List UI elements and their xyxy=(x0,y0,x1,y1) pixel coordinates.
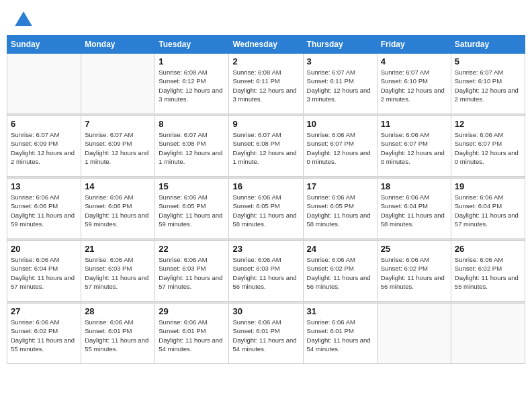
day-number: 15 xyxy=(159,181,225,191)
calendar-cell: 18Sunrise: 6:06 AM Sunset: 6:04 PM Dayli… xyxy=(377,179,451,239)
day-info: Sunrise: 6:06 AM Sunset: 6:05 PM Dayligh… xyxy=(159,193,225,228)
calendar-cell: 13Sunrise: 6:06 AM Sunset: 6:06 PM Dayli… xyxy=(7,179,81,239)
svg-marker-0 xyxy=(15,11,32,26)
calendar-cell: 20Sunrise: 6:06 AM Sunset: 6:04 PM Dayli… xyxy=(7,241,81,302)
calendar-cell: 14Sunrise: 6:06 AM Sunset: 6:06 PM Dayli… xyxy=(81,179,155,239)
day-info: Sunrise: 6:06 AM Sunset: 6:04 PM Dayligh… xyxy=(381,193,447,228)
day-info: Sunrise: 6:08 AM Sunset: 6:11 PM Dayligh… xyxy=(232,68,299,103)
week-row-2: 6Sunrise: 6:07 AM Sunset: 6:09 PM Daylig… xyxy=(7,116,525,177)
day-number: 27 xyxy=(11,306,77,316)
day-info: Sunrise: 6:07 AM Sunset: 6:08 PM Dayligh… xyxy=(232,130,299,166)
calendar-cell: 11Sunrise: 6:06 AM Sunset: 6:07 PM Dayli… xyxy=(377,116,451,177)
day-number: 31 xyxy=(307,306,373,316)
day-number: 18 xyxy=(381,181,447,191)
calendar-cell: 28Sunrise: 6:06 AM Sunset: 6:01 PM Dayli… xyxy=(81,304,155,364)
day-number: 8 xyxy=(159,119,225,129)
weekday-header-tuesday: Tuesday xyxy=(155,36,229,54)
day-info: Sunrise: 6:06 AM Sunset: 6:03 PM Dayligh… xyxy=(159,255,225,291)
calendar-cell: 10Sunrise: 6:06 AM Sunset: 6:07 PM Dayli… xyxy=(303,116,377,177)
calendar-cell: 12Sunrise: 6:06 AM Sunset: 6:07 PM Dayli… xyxy=(451,116,525,177)
calendar-cell: 19Sunrise: 6:06 AM Sunset: 6:04 PM Dayli… xyxy=(451,179,525,239)
calendar-table: SundayMondayTuesdayWednesdayThursdayFrid… xyxy=(7,35,525,364)
logo-icon xyxy=(15,11,32,26)
day-info: Sunrise: 6:06 AM Sunset: 6:01 PM Dayligh… xyxy=(307,318,373,353)
day-info: Sunrise: 6:07 AM Sunset: 6:10 PM Dayligh… xyxy=(381,68,447,103)
day-number: 2 xyxy=(232,56,299,66)
calendar-cell: 26Sunrise: 6:06 AM Sunset: 6:02 PM Dayli… xyxy=(451,241,525,302)
week-row-1: 1Sunrise: 6:08 AM Sunset: 6:12 PM Daylig… xyxy=(7,54,525,114)
calendar-cell: 16Sunrise: 6:06 AM Sunset: 6:05 PM Dayli… xyxy=(229,179,303,239)
calendar-cell: 25Sunrise: 6:06 AM Sunset: 6:02 PM Dayli… xyxy=(377,241,451,302)
day-number: 23 xyxy=(232,244,299,254)
day-number: 13 xyxy=(11,181,77,191)
calendar-cell: 31Sunrise: 6:06 AM Sunset: 6:01 PM Dayli… xyxy=(303,304,377,364)
day-info: Sunrise: 6:06 AM Sunset: 6:02 PM Dayligh… xyxy=(11,318,77,353)
day-info: Sunrise: 6:06 AM Sunset: 6:07 PM Dayligh… xyxy=(455,130,521,166)
day-number: 20 xyxy=(11,244,77,254)
logo xyxy=(13,10,32,26)
day-info: Sunrise: 6:06 AM Sunset: 6:04 PM Dayligh… xyxy=(11,255,77,291)
header xyxy=(7,7,525,30)
day-number: 9 xyxy=(232,119,299,129)
calendar-cell: 3Sunrise: 6:07 AM Sunset: 6:11 PM Daylig… xyxy=(303,54,377,114)
calendar-cell: 17Sunrise: 6:06 AM Sunset: 6:05 PM Dayli… xyxy=(303,179,377,239)
calendar-cell xyxy=(451,304,525,364)
day-number: 29 xyxy=(159,306,225,316)
calendar-cell: 15Sunrise: 6:06 AM Sunset: 6:05 PM Dayli… xyxy=(155,179,229,239)
day-info: Sunrise: 6:07 AM Sunset: 6:11 PM Dayligh… xyxy=(307,68,373,103)
day-number: 22 xyxy=(159,244,225,254)
day-number: 28 xyxy=(85,306,151,316)
weekday-header-wednesday: Wednesday xyxy=(229,36,303,54)
calendar-cell: 29Sunrise: 6:06 AM Sunset: 6:01 PM Dayli… xyxy=(155,304,229,364)
calendar-cell: 24Sunrise: 6:06 AM Sunset: 6:02 PM Dayli… xyxy=(303,241,377,302)
calendar-cell: 27Sunrise: 6:06 AM Sunset: 6:02 PM Dayli… xyxy=(7,304,81,364)
calendar-cell xyxy=(81,54,155,114)
day-info: Sunrise: 6:07 AM Sunset: 6:09 PM Dayligh… xyxy=(85,130,151,166)
calendar-cell: 5Sunrise: 6:07 AM Sunset: 6:10 PM Daylig… xyxy=(451,54,525,114)
day-number: 1 xyxy=(159,56,225,66)
day-info: Sunrise: 6:06 AM Sunset: 6:06 PM Dayligh… xyxy=(85,193,151,228)
calendar-cell: 8Sunrise: 6:07 AM Sunset: 6:08 PM Daylig… xyxy=(155,116,229,177)
day-info: Sunrise: 6:06 AM Sunset: 6:03 PM Dayligh… xyxy=(232,255,299,291)
calendar-cell: 21Sunrise: 6:06 AM Sunset: 6:03 PM Dayli… xyxy=(81,241,155,302)
day-info: Sunrise: 6:07 AM Sunset: 6:10 PM Dayligh… xyxy=(455,68,521,103)
day-info: Sunrise: 6:06 AM Sunset: 6:02 PM Dayligh… xyxy=(307,255,373,291)
day-info: Sunrise: 6:07 AM Sunset: 6:09 PM Dayligh… xyxy=(11,130,77,166)
day-number: 30 xyxy=(232,306,299,316)
day-info: Sunrise: 6:06 AM Sunset: 6:01 PM Dayligh… xyxy=(159,318,225,353)
day-info: Sunrise: 6:06 AM Sunset: 6:04 PM Dayligh… xyxy=(455,193,521,228)
weekday-header-thursday: Thursday xyxy=(303,36,377,54)
calendar-cell: 1Sunrise: 6:08 AM Sunset: 6:12 PM Daylig… xyxy=(155,54,229,114)
weekday-header-monday: Monday xyxy=(81,36,155,54)
week-row-5: 27Sunrise: 6:06 AM Sunset: 6:02 PM Dayli… xyxy=(7,304,525,364)
day-number: 14 xyxy=(85,181,151,191)
day-info: Sunrise: 6:06 AM Sunset: 6:06 PM Dayligh… xyxy=(11,193,77,228)
logo-text xyxy=(13,10,32,26)
day-number: 12 xyxy=(455,119,521,129)
calendar-cell: 23Sunrise: 6:06 AM Sunset: 6:03 PM Dayli… xyxy=(229,241,303,302)
day-number: 3 xyxy=(307,56,373,66)
day-info: Sunrise: 6:06 AM Sunset: 6:01 PM Dayligh… xyxy=(85,318,151,353)
weekday-header-sunday: Sunday xyxy=(7,36,81,54)
day-number: 10 xyxy=(307,119,373,129)
day-info: Sunrise: 6:06 AM Sunset: 6:07 PM Dayligh… xyxy=(307,130,373,166)
day-number: 24 xyxy=(307,244,373,254)
week-row-3: 13Sunrise: 6:06 AM Sunset: 6:06 PM Dayli… xyxy=(7,179,525,239)
day-number: 25 xyxy=(381,244,447,254)
weekday-header-row: SundayMondayTuesdayWednesdayThursdayFrid… xyxy=(7,36,525,54)
day-number: 6 xyxy=(11,119,77,129)
calendar-cell xyxy=(377,304,451,364)
day-info: Sunrise: 6:07 AM Sunset: 6:08 PM Dayligh… xyxy=(159,130,225,166)
day-number: 19 xyxy=(455,181,521,191)
day-number: 17 xyxy=(307,181,373,191)
calendar-cell: 2Sunrise: 6:08 AM Sunset: 6:11 PM Daylig… xyxy=(229,54,303,114)
day-number: 26 xyxy=(455,244,521,254)
calendar-cell xyxy=(7,54,81,114)
day-info: Sunrise: 6:06 AM Sunset: 6:01 PM Dayligh… xyxy=(232,318,299,353)
day-number: 7 xyxy=(85,119,151,129)
calendar-cell: 9Sunrise: 6:07 AM Sunset: 6:08 PM Daylig… xyxy=(229,116,303,177)
day-info: Sunrise: 6:06 AM Sunset: 6:05 PM Dayligh… xyxy=(307,193,373,228)
day-number: 11 xyxy=(381,119,447,129)
calendar-cell: 6Sunrise: 6:07 AM Sunset: 6:09 PM Daylig… xyxy=(7,116,81,177)
day-number: 16 xyxy=(232,181,299,191)
